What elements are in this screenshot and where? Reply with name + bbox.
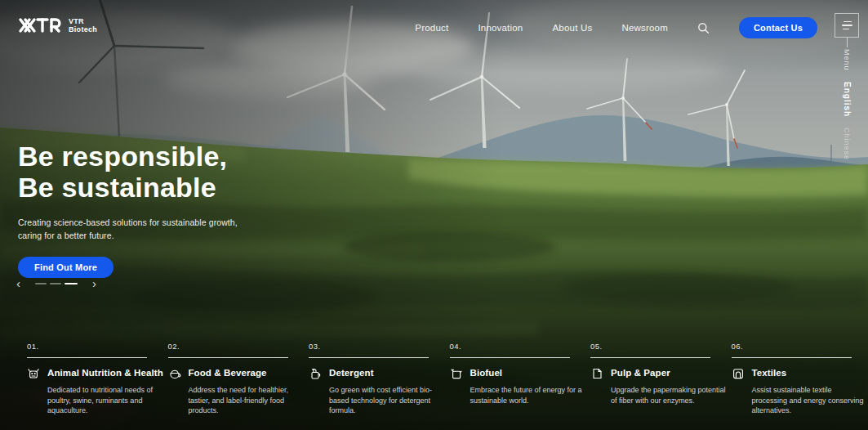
category-description: Embrace the future of energy for a susta… [470, 385, 586, 405]
main-nav: Product Innovation About Us Newsroom Con… [415, 0, 817, 56]
category-title: Biofuel [470, 368, 503, 378]
nav-item-about-us[interactable]: About Us [552, 23, 592, 33]
vtr-logo-icon [18, 16, 62, 35]
carousel-indicator-2[interactable] [50, 283, 61, 284]
carousel-indicator-1[interactable] [35, 283, 47, 284]
hero-section: Be responsible, Be sustainable Creating … [18, 141, 238, 278]
category-divider [450, 357, 570, 358]
category-number: 02. [168, 342, 309, 351]
carousel-indicators [35, 283, 78, 284]
category-description: Go green with cost efficient bio-based t… [329, 385, 445, 416]
brand-name-line1: VTR [69, 17, 97, 25]
category-number: 04. [450, 342, 591, 351]
rail-stem-line [847, 38, 848, 47]
cow-icon [27, 367, 40, 380]
category-title: Pulp & Paper [611, 368, 670, 378]
brand-name-line2: Biotech [69, 25, 97, 34]
header: VTR Biotech Product Innovation About Us … [0, 0, 868, 56]
category-title: Detergent [329, 368, 374, 378]
category-textiles[interactable]: 06. Textiles Assist sustainable textile … [732, 342, 868, 416]
hero-title-line2: Be sustainable [18, 172, 216, 203]
category-pulp-paper[interactable]: 05. Pulp & Paper Upgrade the papermaking… [590, 342, 732, 416]
hero-subtitle-line2: caring for a better future. [18, 229, 238, 242]
contact-us-button[interactable]: Contact Us [739, 17, 817, 38]
fabric-icon [732, 367, 745, 380]
category-food-beverage[interactable]: 02. Food & Beverage Address the need for… [168, 342, 309, 416]
category-animal-nutrition[interactable]: 01. Animal Nutrition & Health Dedicated … [27, 342, 168, 416]
language-english[interactable]: English [843, 82, 852, 117]
language-chinese[interactable]: Chinese [843, 128, 851, 160]
side-rail: Menu English Chinese [835, 13, 859, 160]
search-icon[interactable] [697, 22, 710, 34]
category-title: Textiles [752, 368, 787, 378]
cup-icon [168, 367, 181, 380]
category-divider [27, 357, 147, 358]
category-title: Food & Beverage [189, 368, 267, 378]
hero-carousel-controls: ‹ › [15, 278, 98, 289]
nav-item-newsroom[interactable]: Newsroom [621, 23, 668, 33]
hero-title: Be responsible, Be sustainable [18, 141, 238, 203]
category-description: Dedicated to nutritional needs of poultr… [47, 385, 163, 416]
brand-logo[interactable]: VTR Biotech [18, 16, 97, 35]
menu-label: Menu [843, 49, 851, 71]
nav-item-product[interactable]: Product [415, 23, 448, 33]
category-number: 05. [590, 342, 732, 351]
fuel-can-icon [450, 367, 463, 380]
hero-subtitle-line1: Creating science-based solutions for sus… [18, 216, 238, 229]
category-description: Address the need for healthier, tastier,… [189, 385, 305, 416]
category-number: 06. [732, 342, 868, 351]
brand-name: VTR Biotech [69, 17, 97, 34]
nav-item-innovation[interactable]: Innovation [478, 23, 523, 33]
vtr-biotech-homepage: VTR Biotech Product Innovation About Us … [0, 0, 868, 430]
category-divider [732, 357, 852, 358]
category-biofuel[interactable]: 04. Biofuel Embrace the future of energy… [450, 342, 591, 416]
carousel-next-icon[interactable]: › [91, 278, 98, 289]
category-title: Animal Nutrition & Health [47, 368, 163, 378]
find-out-more-button[interactable]: Find Out More [18, 257, 114, 278]
industry-categories: 01. Animal Nutrition & Health Dedicated … [27, 342, 868, 416]
category-number: 01. [27, 342, 168, 351]
category-description: Assist sustainable textile processing an… [752, 385, 868, 416]
carousel-indicator-3-active[interactable] [65, 283, 78, 284]
category-number: 03. [309, 342, 450, 351]
carousel-prev-icon[interactable]: ‹ [15, 278, 22, 289]
category-description: Upgrade the papermaking potential of fib… [611, 385, 727, 405]
hero-title-line1: Be responsible, [18, 141, 227, 172]
hamburger-menu-icon[interactable] [835, 13, 859, 38]
hero-subtitle: Creating science-based solutions for sus… [18, 216, 238, 242]
category-divider [590, 357, 710, 358]
paper-icon [590, 367, 603, 380]
category-divider [168, 357, 288, 358]
category-divider [309, 357, 429, 358]
category-detergent[interactable]: 03. Detergent Go green with cost efficie… [309, 342, 450, 416]
detergent-bottle-icon [309, 367, 322, 380]
